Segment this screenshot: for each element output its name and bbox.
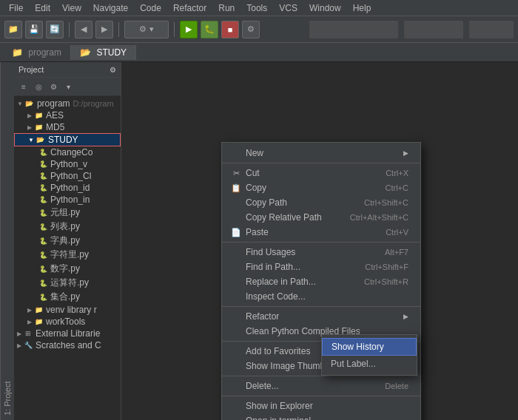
ctx-show-explorer[interactable]: Show in Explorer: [222, 399, 420, 413]
settings-dropdown[interactable]: ⚙ ▾: [124, 21, 169, 38]
back-btn[interactable]: ◀: [75, 21, 92, 38]
tab-study[interactable]: 📂 STUDY: [71, 45, 136, 60]
menu-edit[interactable]: Edit: [29, 1, 56, 15]
menu-code[interactable]: Code: [134, 1, 167, 15]
py-icon-zidian: 🐍: [38, 236, 48, 246]
ctx-delete-shortcut: Delete: [385, 382, 408, 390]
folder-open-icon-study: 📂: [36, 135, 46, 145]
py-icon-jihe: 🐍: [38, 292, 48, 302]
menu-navigate[interactable]: Navigate: [87, 1, 134, 15]
ctx-cut[interactable]: ✂ Cut Ctrl+X: [222, 166, 420, 180]
ctx-refactor[interactable]: Refactor: [222, 309, 420, 324]
tree-item-aes[interactable]: ▶ 📁 AES: [14, 109, 121, 121]
ctx-copy-relative-path[interactable]: Copy Relative Path Ctrl+Alt+Shift+C: [222, 210, 420, 225]
tree-item-zifu[interactable]: 🐍 字符里.py: [14, 248, 121, 262]
tree-label-md5: MD5: [46, 122, 64, 132]
tree-label-liebiao: 列表.py: [50, 220, 80, 233]
tab-program-label: program: [28, 47, 61, 58]
ctx-find-usages[interactable]: Find Usages Alt+F7: [222, 245, 420, 260]
ctx-inspect-label: Inspect Code...: [246, 291, 306, 302]
tree-item-worktools[interactable]: ▶ 📁 workTools: [14, 316, 121, 328]
gear-icon-btn[interactable]: ⚙: [47, 80, 60, 93]
menu-refactor[interactable]: Refactor: [167, 1, 212, 15]
menu-help[interactable]: Help: [347, 1, 377, 15]
view-btn[interactable]: ▾: [61, 80, 75, 93]
ctx-find-in-path[interactable]: Find in Path... Ctrl+Shift+F: [222, 260, 420, 274]
side-panel-label[interactable]: 1: Project: [0, 62, 14, 420]
menu-window[interactable]: Window: [303, 1, 347, 15]
main-layout: 1: Project Project ⚙ ≡ ◎ ⚙ ▾ ▼ 📂 program…: [0, 62, 518, 420]
ctx-delete-label: Delete...: [246, 381, 279, 391]
ctx-replace-label: Replace in Path...: [246, 277, 316, 287]
file-tree: ▼ 📂 program D:/program ▶ 📁 AES ▶ 📁 MD5: [14, 96, 121, 420]
ctx-delete[interactable]: Delete... Delete: [222, 379, 420, 393]
project-title: Project: [18, 65, 44, 74]
tree-label-jihe: 集合.py: [50, 291, 80, 303]
py-icon-pythonv: 🐍: [38, 159, 48, 169]
ctx-new-label: New: [246, 148, 263, 158]
save-btn[interactable]: 💾: [25, 21, 43, 38]
tree-item-python-id[interactable]: 🐍 Python_id: [14, 182, 121, 194]
tree-item-program[interactable]: ▼ 📂 program D:/program: [14, 98, 121, 109]
tab-program[interactable]: 📁 program: [3, 45, 71, 60]
tree-item-md5[interactable]: ▶ 📁 MD5: [14, 121, 121, 133]
submenu-put-label[interactable]: Put Label...: [322, 356, 417, 372]
extra-btn[interactable]: ⚙: [242, 21, 260, 38]
ctx-copy-shortcut: Ctrl+C: [386, 183, 408, 192]
ctx-cut-label: Cut: [246, 168, 260, 178]
tree-item-changeco[interactable]: 🐍 ChangeCo: [14, 146, 121, 158]
tree-item-venv[interactable]: ▶ 📁 venv library r: [14, 304, 121, 316]
paste-icon: 📄: [231, 228, 241, 237]
tree-item-yunsuan[interactable]: 🐍 运算符.py: [14, 276, 121, 290]
ctx-find-usages-label: Find Usages: [246, 247, 295, 257]
tree-item-scratches[interactable]: ▶ 🔧 Scratches and C: [14, 339, 121, 351]
ctx-copy-path-shortcut: Ctrl+Shift+C: [364, 198, 408, 207]
put-label-label: Put Label...: [331, 359, 376, 369]
ctx-new[interactable]: New: [222, 146, 420, 160]
forward-btn[interactable]: ▶: [95, 21, 113, 38]
tree-label-yunsuan: 运算符.py: [50, 277, 89, 289]
debug-btn[interactable]: 🐛: [201, 21, 218, 38]
menu-view[interactable]: View: [56, 1, 87, 15]
context-menu: New ✂ Cut Ctrl+X 📋 Copy Ctrl+C: [221, 142, 421, 420]
ctx-refactor-label: Refactor: [246, 311, 279, 322]
project-settings-icon[interactable]: ⚙: [110, 66, 116, 74]
refresh-btn[interactable]: 🔄: [46, 21, 64, 38]
stop-btn[interactable]: ■: [221, 21, 239, 38]
tree-item-liebiao[interactable]: 🐍 列表.py: [14, 220, 121, 234]
ctx-paste-shortcut: Ctrl+V: [386, 228, 408, 237]
menu-file[interactable]: File: [3, 1, 29, 15]
tree-item-study[interactable]: ▼ 📂 STUDY: [14, 133, 121, 146]
project-panel: Project ⚙ ≡ ◎ ⚙ ▾ ▼ 📂 program D:/program…: [14, 62, 121, 420]
menu-vcs[interactable]: VCS: [273, 1, 303, 15]
tab-study-label: STUDY: [96, 47, 127, 58]
collapse-all-btn[interactable]: ≡: [17, 80, 30, 93]
submenu-show-history[interactable]: Show History: [322, 338, 417, 356]
ctx-copy[interactable]: 📋 Copy Ctrl+C: [222, 180, 420, 195]
menu-tools[interactable]: Tools: [240, 1, 273, 15]
ctx-inspect[interactable]: Inspect Code...: [222, 289, 420, 304]
scroll-to-btn[interactable]: ◎: [32, 80, 45, 93]
ctx-replace-in-path[interactable]: Replace in Path... Ctrl+Shift+R: [222, 274, 420, 289]
tree-item-zidian[interactable]: 🐍 字典.py: [14, 234, 121, 248]
run-btn[interactable]: ▶: [180, 21, 198, 38]
ctx-copy-path[interactable]: Copy Path Ctrl+Shift+C: [222, 195, 420, 210]
tree-item-python-cl[interactable]: 🐍 Python_Cl: [14, 170, 121, 182]
ctx-paste[interactable]: 📄 Paste Ctrl+V: [222, 225, 420, 240]
ctx-open-terminal[interactable]: Open in terminal: [222, 413, 420, 420]
open-folder-btn[interactable]: 📁: [4, 21, 22, 38]
tree-item-shuzi[interactable]: 🐍 数字.py: [14, 262, 121, 276]
toolbar-sep-2: [118, 22, 119, 37]
tree-item-external[interactable]: ▶ ⊞ External Librarie: [14, 328, 121, 339]
tree-label-pythonid: Python_id: [50, 183, 90, 193]
menu-run[interactable]: Run: [212, 1, 240, 15]
tree-item-jihe[interactable]: 🐍 集合.py: [14, 290, 121, 304]
toolbar-search-area[interactable]: [309, 21, 398, 38]
tree-item-yuanzu[interactable]: 🐍 元组.py: [14, 206, 121, 220]
ctx-sep-2: [222, 242, 420, 243]
copy-icon: 📋: [231, 183, 241, 193]
tree-item-python-v[interactable]: 🐍 Python_v: [14, 158, 121, 170]
ctx-show-explorer-label: Show in Explorer: [246, 401, 313, 411]
tree-item-python-in[interactable]: 🐍 Python_in: [14, 194, 121, 206]
tree-label-changeco: ChangeCo: [50, 147, 92, 158]
